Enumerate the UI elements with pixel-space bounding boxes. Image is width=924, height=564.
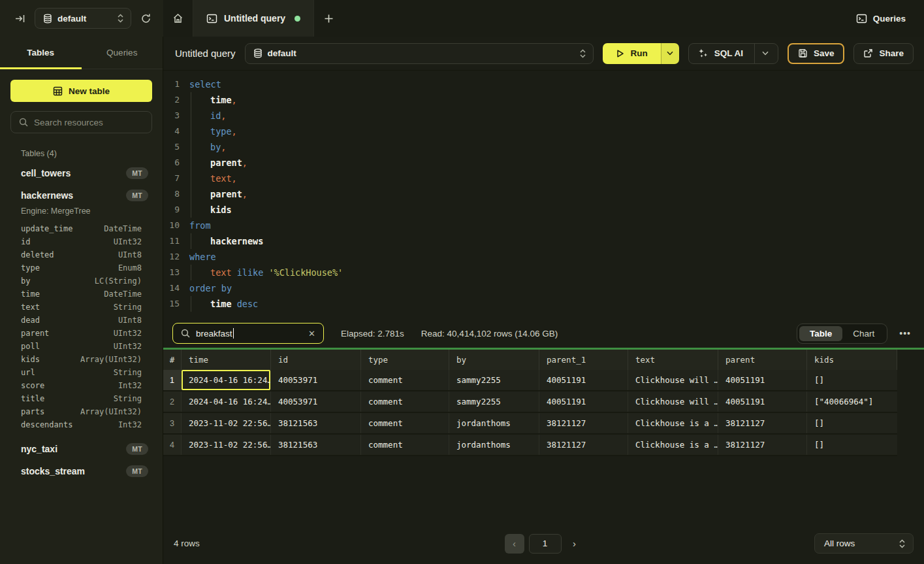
editor-line[interactable]: 15time desc xyxy=(163,296,924,312)
table-cell[interactable]: comment xyxy=(361,391,449,412)
column-header-parent[interactable]: parent xyxy=(718,350,807,370)
table-item-stocks_stream[interactable]: stocks_streamMT xyxy=(10,460,152,482)
column-row[interactable]: idUInt32 xyxy=(21,235,142,248)
table-item-nyc_taxi[interactable]: nyc_taxiMT xyxy=(10,438,152,460)
table-item-cell_towers[interactable]: cell_towersMT xyxy=(10,162,152,184)
editor-line[interactable]: 14order by xyxy=(163,280,924,296)
table-cell[interactable]: comment xyxy=(361,370,449,390)
column-row[interactable]: titleString xyxy=(21,392,142,405)
row-number-cell[interactable]: 3 xyxy=(163,413,182,433)
table-cell[interactable]: 40053971 xyxy=(271,391,361,412)
column-header-row-num[interactable]: # xyxy=(163,350,182,370)
table-cell[interactable]: 38121563 xyxy=(271,413,361,433)
new-table-button[interactable]: New table xyxy=(10,80,152,102)
run-options-button[interactable] xyxy=(661,43,679,64)
new-tab-button[interactable] xyxy=(314,0,343,37)
page-number-input[interactable]: 1 xyxy=(529,534,562,554)
column-row[interactable]: typeEnum8 xyxy=(21,261,142,274)
column-row[interactable]: kidsArray(UInt32) xyxy=(21,353,142,366)
table-cell[interactable]: [] xyxy=(807,435,897,455)
view-toggle-chart[interactable]: Chart xyxy=(842,326,885,341)
column-header-time[interactable]: time xyxy=(182,350,271,370)
tab-untitled-query[interactable]: Untitled query xyxy=(193,0,314,37)
collapse-sidebar-icon[interactable] xyxy=(14,13,25,24)
run-button[interactable]: Run xyxy=(603,43,660,64)
column-row[interactable]: deletedUInt8 xyxy=(21,248,142,261)
table-cell[interactable]: 40051191 xyxy=(539,370,628,390)
tab-home[interactable] xyxy=(163,0,193,37)
table-cell[interactable]: ["40066964"] xyxy=(807,391,897,412)
table-cell[interactable]: 38121127 xyxy=(718,413,807,433)
column-header-text[interactable]: text xyxy=(628,350,718,370)
table-cell[interactable]: Clickhouse is a … xyxy=(628,413,718,433)
editor-line[interactable]: 4type, xyxy=(163,124,924,139)
row-number-cell[interactable]: 2 xyxy=(163,391,182,412)
sql-editor[interactable]: 1select2time,3id,4type,5by,6parent,7text… xyxy=(163,71,924,319)
page-size-selector[interactable]: All rows xyxy=(814,533,914,554)
column-row[interactable]: descendantsInt32 xyxy=(21,418,142,431)
table-cell[interactable]: comment xyxy=(361,435,449,455)
results-more-menu[interactable]: ••• xyxy=(895,325,915,341)
share-button[interactable]: Share xyxy=(853,43,914,64)
table-cell[interactable]: 38121127 xyxy=(539,435,628,455)
column-row[interactable]: timeDateTime xyxy=(21,288,142,301)
table-cell[interactable]: 40051191 xyxy=(539,391,628,412)
column-row[interactable]: parentUInt32 xyxy=(21,327,142,340)
column-row[interactable]: textString xyxy=(21,301,142,314)
clear-filter-icon[interactable]: ✕ xyxy=(308,329,315,339)
table-cell[interactable]: jordanthoms xyxy=(449,435,539,455)
sql-ai-button[interactable]: SQL AI xyxy=(688,43,778,64)
sidebar-search[interactable] xyxy=(10,111,152,133)
table-cell[interactable]: [] xyxy=(807,413,897,433)
column-header-parent_1[interactable]: parent_1 xyxy=(539,350,628,370)
next-page-button[interactable]: › xyxy=(566,534,583,554)
column-row[interactable]: deadUInt8 xyxy=(21,314,142,327)
table-item-hackernews[interactable]: hackernewsMT xyxy=(10,184,152,207)
editor-line[interactable]: 3id, xyxy=(163,108,924,124)
table-cell[interactable]: sammy2255 xyxy=(449,391,539,412)
table-cell[interactable]: 2024-04-16 16:24… xyxy=(182,391,271,412)
editor-line[interactable]: 10from xyxy=(163,218,924,233)
table-cell[interactable]: Clickhouse will … xyxy=(628,370,718,390)
column-row[interactable]: byLC(String) xyxy=(21,274,142,288)
editor-line[interactable]: 1select xyxy=(163,76,924,92)
editor-line[interactable]: 12where xyxy=(163,249,924,265)
save-button[interactable]: Save xyxy=(788,43,845,64)
table-cell[interactable]: 2024-04-16 16:24… xyxy=(182,370,271,390)
table-cell[interactable]: 2023-11-02 22:56… xyxy=(182,435,271,455)
table-cell[interactable]: 38121563 xyxy=(271,435,361,455)
table-cell[interactable]: 38121127 xyxy=(718,435,807,455)
table-cell[interactable]: 40051191 xyxy=(718,370,807,390)
editor-line[interactable]: 13text ilike '%ClickHouse%' xyxy=(163,265,924,280)
column-row[interactable]: urlString xyxy=(21,366,142,379)
editor-line[interactable]: 11hackernews xyxy=(163,233,924,249)
row-number-cell[interactable]: 4 xyxy=(163,435,182,455)
table-cell[interactable]: 40051191 xyxy=(718,391,807,412)
queries-button[interactable]: Queries xyxy=(838,0,924,37)
column-row[interactable]: partsArray(UInt32) xyxy=(21,405,142,418)
table-cell[interactable]: [] xyxy=(807,370,897,390)
chevron-down-icon[interactable] xyxy=(762,51,769,56)
prev-page-button[interactable]: ‹ xyxy=(505,534,524,554)
table-cell[interactable]: comment xyxy=(361,413,449,433)
editor-line[interactable]: 9kids xyxy=(163,202,924,218)
column-header-by[interactable]: by xyxy=(449,350,539,370)
refresh-icon[interactable] xyxy=(140,13,151,24)
results-filter-input[interactable]: breakfast ✕ xyxy=(172,323,324,344)
column-header-type[interactable]: type xyxy=(361,350,449,370)
database-selector[interactable]: default xyxy=(35,8,131,29)
editor-line[interactable]: 6parent, xyxy=(163,155,924,171)
editor-line[interactable]: 5by, xyxy=(163,139,924,155)
table-cell[interactable]: 2023-11-02 22:56… xyxy=(182,413,271,433)
query-database-selector[interactable]: default xyxy=(245,43,594,64)
column-row[interactable]: scoreInt32 xyxy=(21,379,142,392)
row-number-cell[interactable]: 1 xyxy=(163,370,182,390)
column-header-id[interactable]: id xyxy=(271,350,361,370)
editor-line[interactable]: 7text, xyxy=(163,171,924,186)
table-cell[interactable]: 38121127 xyxy=(539,413,628,433)
table-cell[interactable]: Clickhouse will … xyxy=(628,391,718,412)
column-row[interactable]: update_timeDateTime xyxy=(21,222,142,235)
sidebar-tab-queries[interactable]: Queries xyxy=(82,37,163,69)
table-cell[interactable]: Clickhouse is a … xyxy=(628,435,718,455)
column-row[interactable]: pollUInt32 xyxy=(21,340,142,353)
